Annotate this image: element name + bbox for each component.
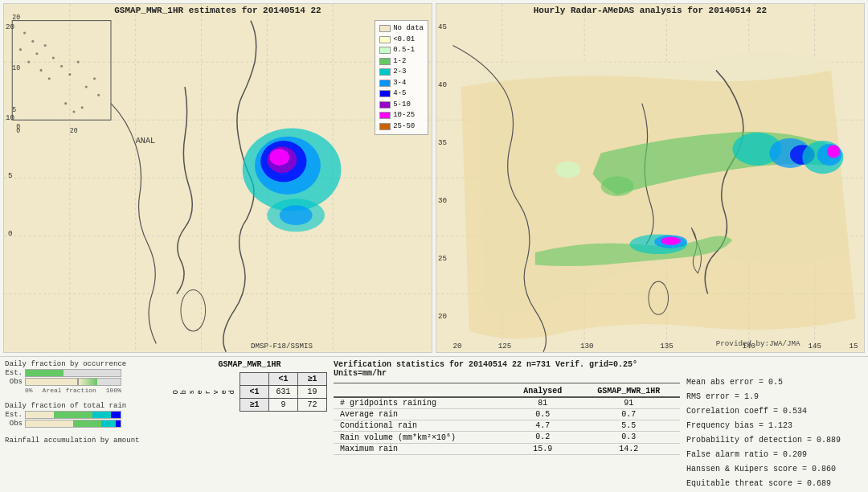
stats-row: Daily fraction by occurrence Est. Obs [0,357,868,492]
est-rain-track [25,411,121,419]
svg-point-22 [68,73,71,76]
contingency-wrapper: Observed <1 ≥1 <1 631 19 ≥1 9 [172,372,327,412]
svg-text:Provided by:JWA/JMA: Provided by:JWA/JMA [716,339,800,348]
legend-item-5-10: 5-10 [379,100,424,111]
metric-2: Correlation coeff = 0.534 [686,405,863,418]
svg-point-73 [555,162,580,178]
svg-text:35: 35 [438,138,447,147]
svg-point-26 [97,94,100,96]
verif-analysed-1: 0.5 [508,408,578,420]
svg-point-25 [93,77,96,80]
metric-3: Frequency bias = 1.123 [686,420,863,433]
legend-item-05-1: 0.5-1 [379,45,424,56]
svg-point-21 [48,77,51,80]
verif-header-gsmap: GSMAP_MWR_1HR [578,386,680,397]
rain-chart: Daily fraction of total rain Est. Obs [5,402,166,428]
metric-6: Hanssen & Kuipers score = 0.860 [686,463,863,476]
verif-label-1: Average rain [334,408,508,420]
accumulation-title: Rainfall accumulation by amount [5,437,166,445]
cont-empty-cell [240,372,269,385]
left-map-svg: 20 10 5 0 0 20 [4,4,432,352]
svg-point-41 [269,149,289,166]
svg-text:145: 145 [808,342,821,351]
svg-text:ANAL: ANAL [136,136,156,146]
legend-item-lt001: <0.01 [379,35,424,46]
verif-header-label [334,386,508,397]
charts-section: Daily fraction by occurrence Est. Obs [5,360,166,490]
svg-point-27 [64,102,67,105]
svg-point-28 [72,110,75,113]
svg-point-15 [35,52,38,55]
legend-item-25-50: 25-50 [379,121,424,133]
svg-point-17 [44,44,47,47]
svg-text:25: 25 [438,254,447,263]
svg-point-13 [31,40,34,43]
legend-item-3-4: 3-4 [379,78,424,89]
obs-occurrence-fill [26,379,97,385]
svg-text:DMSP-F18/SSMIS: DMSP-F18/SSMIS [251,342,313,351]
svg-text:5: 5 [12,106,16,113]
verif-gsmap-0: 91 [578,397,680,409]
svg-point-24 [85,85,88,88]
verif-title: Verification statistics for 20140514 22 … [334,360,680,378]
main-container: GSMAP_MWR_1HR estimates for 20140514 22 [0,0,868,492]
svg-point-29 [81,106,84,109]
legend-item-nodata: No data [379,23,424,35]
occurrence-title: Daily fraction by occurrence [5,360,166,368]
metric-7: Equitable threat score = 0.689 [686,478,863,490]
svg-point-72 [666,238,678,244]
legend-item-10-25: 10-25 [379,110,424,121]
svg-text:20: 20 [70,127,78,134]
verif-analysed-2: 4.7 [508,420,578,431]
verif-analysed-4: 15.9 [508,443,578,454]
contingency-title: GSMAP_MWR_1HR [218,360,280,369]
legend-item-2-3: 2-3 [379,67,424,78]
verif-gsmap-3: 0.3 [578,431,680,443]
svg-point-68 [829,147,837,155]
legend-item-1-2: 1-2 [379,56,424,68]
maps-row: GSMAP_MWR_1HR estimates for 20140514 22 [0,0,868,357]
verif-label-2: Conditional rain [334,420,508,431]
cont-row-lt1: <1 [240,385,269,398]
right-map-title: Hourly Radar-AMeDAS analysis for 2014051… [534,6,767,15]
svg-point-16 [27,61,30,64]
svg-point-12 [23,32,26,35]
svg-text:130: 130 [580,342,594,351]
cont-cell-lt1-ge1: 19 [298,385,327,398]
right-map-svg: 45 40 35 30 25 20 125 130 135 140 145 15… [436,4,864,352]
verif-row-4: Maximum rain 15.9 14.2 [334,443,680,454]
est-occurrence-fill [26,370,63,376]
svg-text:0: 0 [16,127,20,134]
verif-row-3: Rain volume (mm*km²×10⁶) 0.2 0.3 [334,431,680,443]
verif-label-3: Rain volume (mm*km²×10⁶) [334,431,508,443]
svg-text:45: 45 [438,23,447,31]
svg-point-18 [52,56,55,59]
verif-row-1: Average rain 0.5 0.7 [334,408,680,420]
verif-gsmap-2: 5.5 [578,420,680,431]
cont-col-ge1: ≥1 [298,372,327,385]
verif-label-0: # gridpoints raining [334,397,508,409]
cont-cell-lt1-lt1: 631 [269,385,298,398]
metrics-section: Mean abs error = 0.5 RMS error = 1.9 Cor… [686,360,863,490]
metric-1: RMS error = 1.9 [686,391,863,404]
occurrence-chart: Daily fraction by occurrence Est. Obs [5,360,166,394]
metric-0: Mean abs error = 0.5 [686,376,863,389]
svg-point-20 [60,65,63,68]
metric-4: Probability of detection = 0.889 [686,434,863,447]
svg-text:20: 20 [12,14,20,21]
svg-text:125: 125 [498,342,512,351]
verif-gsmap-4: 14.2 [578,443,680,454]
svg-text:0: 0 [8,229,13,238]
svg-text:15: 15 [850,342,858,351]
obs-label: Observed [172,388,236,394]
verif-gsmap-1: 0.7 [578,408,680,420]
svg-text:20: 20 [6,23,14,31]
contingency-table: <1 ≥1 <1 631 19 ≥1 9 72 [240,372,327,412]
left-map-legend: No data <0.01 0.5-1 1-2 2-3 [375,20,428,135]
svg-point-19 [40,69,43,72]
verif-analysed-0: 81 [508,397,578,409]
cont-col-lt1: <1 [269,372,298,385]
svg-point-74 [601,176,634,196]
left-map-panel: GSMAP_MWR_1HR estimates for 20140514 22 [3,3,432,353]
metric-5: False alarm ratio = 0.209 [686,449,863,461]
